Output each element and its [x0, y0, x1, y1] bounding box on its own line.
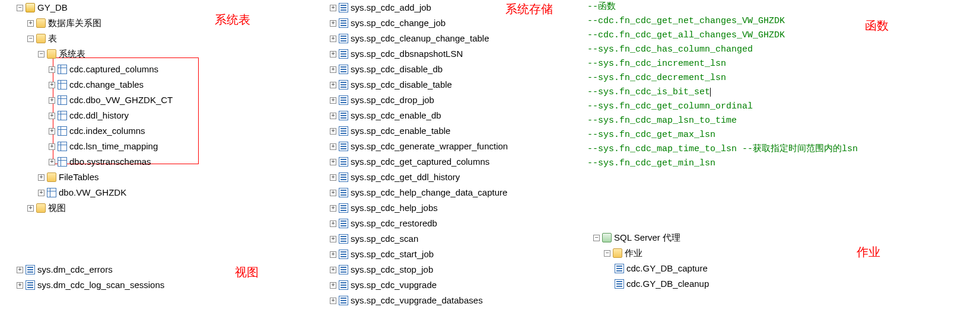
tree-node-system-tables[interactable]: 系统表	[17, 46, 325, 62]
tree-node-table[interactable]: cdc.index_columns	[17, 123, 325, 139]
tree-label: sys.sp_cdc_get_ddl_history	[351, 170, 460, 185]
expand-icon[interactable]	[330, 5, 336, 11]
stored-procedure-icon	[339, 3, 348, 12]
expand-icon[interactable]	[17, 267, 23, 273]
collapse-icon[interactable]	[38, 51, 44, 57]
expand-icon[interactable]	[330, 128, 336, 135]
tree-node-stored-procedure[interactable]: sys.sp_cdc_get_ddl_history	[330, 170, 579, 185]
tree-node-stored-procedure[interactable]: sys.sp_cdc_drop_job	[330, 92, 579, 108]
tree-node-stored-procedure[interactable]: sys.sp_cdc_stop_job	[330, 262, 579, 277]
expand-icon[interactable]	[330, 298, 336, 304]
expand-icon[interactable]	[330, 267, 336, 273]
tree-node-stored-procedure[interactable]: sys.sp_cdc_help_change_data_capture	[330, 185, 579, 200]
tree-node-stored-procedure[interactable]: sys.sp_cdc_disable_db	[330, 62, 579, 77]
expand-icon[interactable]	[330, 220, 336, 227]
code-line: --sys.fn_cdc_map_time_to_lsn --获取指定时间范围内…	[587, 142, 979, 156]
stored-procedure-icon	[339, 111, 348, 120]
view-icon	[26, 280, 35, 290]
tree-node-sql-agent[interactable]: SQL Server 代理	[593, 230, 709, 245]
tree-node-stored-procedure[interactable]: sys.sp_cdc_disable_table	[330, 77, 579, 92]
tree-node-table[interactable]: cdc.captured_columns	[17, 62, 325, 77]
tree-node-jobs-folder[interactable]: 作业	[593, 245, 709, 261]
tree-node-filetables[interactable]: FileTables	[17, 170, 325, 185]
expand-icon[interactable]	[330, 205, 336, 212]
tree-label: dbo.VW_GHZDK	[59, 185, 126, 200]
expand-icon[interactable]	[330, 143, 336, 150]
stored-procedure-icon	[339, 34, 348, 43]
tree-label: 表	[48, 31, 57, 46]
tree-node-views[interactable]: 视图	[17, 200, 325, 216]
tree-node-stored-procedure[interactable]: sys.sp_cdc_vupgrade	[330, 277, 579, 293]
tree-node-table[interactable]: cdc.ddl_history	[17, 108, 325, 123]
tree-label: cdc.dbo_VW_GHZDK_CT	[69, 92, 173, 108]
folder-icon	[36, 34, 46, 43]
expand-icon[interactable]	[330, 113, 336, 119]
tree-node-stored-procedure[interactable]: sys.sp_cdc_scan	[330, 231, 579, 247]
tree-node-view[interactable]: sys.dm_cdc_log_scan_sessions	[17, 277, 164, 293]
expand-icon[interactable]	[49, 128, 55, 135]
code-line: --函数	[587, 0, 979, 14]
tree-node-table[interactable]: cdc.change_tables	[17, 77, 325, 92]
expand-icon[interactable]	[330, 97, 336, 104]
collapse-icon[interactable]	[17, 5, 23, 11]
tree-node-table[interactable]: cdc.dbo_VW_GHZDK_CT	[17, 92, 325, 108]
tree-label: FileTables	[59, 170, 99, 185]
tree-node-stored-procedure[interactable]: sys.sp_cdc_dbsnapshotLSN	[330, 46, 579, 62]
tree-node-stored-procedure[interactable]: sys.sp_cdc_enable_db	[330, 108, 579, 123]
expand-icon[interactable]	[330, 20, 336, 27]
tree-node-tables[interactable]: 表	[17, 31, 325, 46]
code-line: --sys.fn_cdc_get_max_lsn	[587, 128, 979, 142]
expand-icon[interactable]	[49, 113, 55, 119]
collapse-icon[interactable]	[27, 36, 34, 42]
tree-node-stored-procedure[interactable]: sys.sp_cdc_vupgrade_databases	[330, 293, 579, 308]
tree-node-table[interactable]: cdc.lsn_time_mapping	[17, 139, 325, 154]
expand-icon[interactable]	[330, 174, 336, 181]
expand-icon[interactable]	[38, 190, 44, 196]
tree-node-diagrams[interactable]: 数据库关系图	[17, 15, 325, 31]
expand-icon[interactable]	[17, 282, 23, 289]
tree-node-stored-procedure[interactable]: sys.sp_cdc_help_jobs	[330, 200, 579, 216]
expand-icon[interactable]	[27, 20, 34, 27]
tree-node-stored-procedure[interactable]: sys.sp_cdc_get_captured_columns	[330, 154, 579, 170]
expand-icon[interactable]	[49, 143, 55, 150]
tree-node-stored-procedure[interactable]: sys.sp_cdc_start_job	[330, 247, 579, 262]
tree-node-job[interactable]: cdc.GY_DB_capture	[593, 261, 709, 276]
tree-node-stored-procedure[interactable]: sys.sp_cdc_restoredb	[330, 216, 579, 231]
expand-icon[interactable]	[330, 51, 336, 57]
expand-icon[interactable]	[49, 66, 55, 73]
tree-node-user-table[interactable]: dbo.VW_GHZDK	[17, 185, 325, 200]
expand-icon[interactable]	[49, 82, 55, 88]
expand-icon[interactable]	[49, 159, 55, 165]
stored-procedure-icon	[339, 157, 348, 167]
code-editor[interactable]: --函数--cdc.fn_cdc_get_net_changes_VW_GHZD…	[587, 0, 979, 171]
tree-label: 视图	[48, 200, 66, 216]
tree-label: cdc.GY_DB_capture	[626, 261, 708, 276]
tree-node-view[interactable]: sys.dm_cdc_errors	[17, 262, 164, 277]
tree-node-stored-procedure[interactable]: sys.sp_cdc_cleanup_change_table	[330, 31, 579, 46]
tree-node-table[interactable]: dbo.systranschemas	[17, 154, 325, 170]
expand-icon[interactable]	[38, 174, 44, 181]
expand-icon[interactable]	[330, 282, 336, 289]
expand-icon[interactable]	[49, 97, 55, 104]
tree-label: sys.sp_cdc_enable_db	[351, 108, 441, 123]
expand-icon[interactable]	[330, 66, 336, 73]
tree-node-database[interactable]: GY_DB	[17, 0, 325, 15]
expand-icon[interactable]	[330, 190, 336, 196]
expand-icon[interactable]	[27, 205, 34, 212]
tree-node-stored-procedure[interactable]: sys.sp_cdc_generate_wrapper_function	[330, 139, 579, 154]
tree-node-stored-procedure[interactable]: sys.sp_cdc_change_job	[330, 15, 579, 31]
expand-icon[interactable]	[330, 251, 336, 258]
expand-icon[interactable]	[330, 82, 336, 88]
tree-label: sys.dm_cdc_errors	[37, 262, 113, 277]
collapse-icon[interactable]	[604, 250, 610, 257]
expand-icon[interactable]	[330, 36, 336, 42]
tree-node-stored-procedure[interactable]: sys.sp_cdc_add_job	[330, 0, 579, 15]
expand-icon[interactable]	[330, 159, 336, 165]
collapse-icon[interactable]	[593, 235, 600, 241]
expand-icon[interactable]	[330, 236, 336, 242]
tree-label: sys.sp_cdc_disable_table	[351, 77, 452, 92]
tree-node-stored-procedure[interactable]: sys.sp_cdc_enable_table	[330, 123, 579, 139]
code-line: --sys.fn_cdc_map_lsn_to_time	[587, 114, 979, 128]
tree-label: dbo.systranschemas	[69, 154, 151, 170]
tree-node-job[interactable]: cdc.GY_DB_cleanup	[593, 276, 709, 292]
